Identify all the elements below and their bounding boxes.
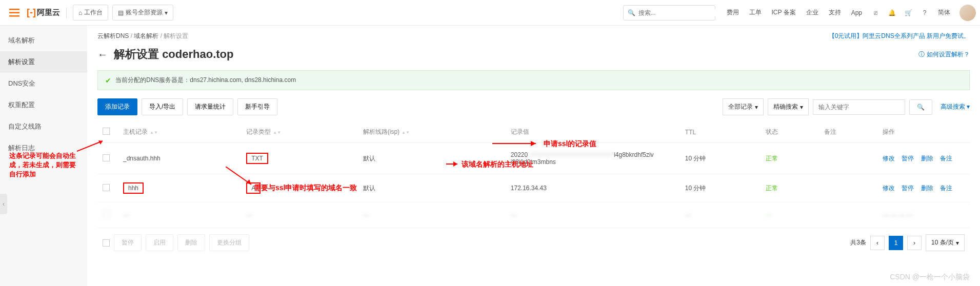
line-value: 默认	[358, 143, 506, 174]
line-value: 默认	[358, 174, 506, 202]
batch-group[interactable]: 更换分组	[209, 234, 249, 251]
chevron-down-icon: ▾	[956, 239, 959, 247]
chevron-down-icon: ▾	[755, 104, 758, 111]
col-status: 状态	[761, 121, 819, 143]
col-value: 记录值	[506, 121, 680, 143]
breadcrumb: 云解析DNS / 域名解析 / 解析设置 【0元试用】阿里云DNS全系列产品 新…	[97, 32, 970, 40]
logo[interactable]: [-] 阿里云	[27, 7, 60, 18]
svg-rect-2	[9, 15, 19, 17]
resources-button[interactable]: ▤ 账号全部资源 ▾	[112, 5, 173, 21]
workspace-button[interactable]: ⌂ 工作台	[73, 5, 108, 21]
col-remark: 备注	[819, 121, 877, 143]
crumb-dns[interactable]: 云解析DNS	[97, 32, 129, 39]
cart-icon[interactable]: 🛒	[900, 5, 916, 21]
stats-button[interactable]: 请求量统计	[187, 98, 233, 115]
crumb-domain[interactable]: 域名解析	[134, 32, 158, 39]
col-ttl: TTL	[680, 121, 761, 143]
avatar[interactable]	[959, 5, 976, 21]
sidebar-item-weight[interactable]: 权重配置	[0, 94, 87, 116]
remark-action[interactable]: 备注	[940, 185, 952, 192]
question-icon: ⓘ	[918, 50, 925, 59]
delete-action[interactable]: 删除	[921, 155, 933, 162]
svg-rect-1	[9, 12, 19, 13]
alert-text: 当前分配的DNS服务器是：dns27.hichina.com, dns28.hi…	[115, 76, 296, 85]
footer-checkbox[interactable]	[103, 239, 110, 247]
pause-action[interactable]: 暂停	[902, 155, 914, 162]
record-value: 172.16.34.43	[506, 174, 680, 202]
import-export-button[interactable]: 导入/导出	[142, 98, 183, 115]
select-all-checkbox[interactable]	[103, 128, 110, 135]
help-icon[interactable]: ?	[916, 5, 933, 21]
host-value: _dnsauth.hhh	[123, 155, 161, 162]
chevron-down-icon: ▾	[800, 104, 803, 111]
sidebar-item-logs[interactable]: 解析日志	[0, 137, 87, 159]
search-mode-select[interactable]: 精确搜索 ▾	[768, 98, 809, 115]
sidebar-item-lines[interactable]: 自定义线路	[0, 116, 87, 137]
page-title: 解析设置 coderhao.top	[114, 47, 233, 62]
col-type[interactable]: 记录类型▲▼	[241, 121, 358, 143]
filter-select[interactable]: 全部记录 ▾	[723, 98, 764, 115]
top-link-support[interactable]: 支持	[829, 8, 841, 17]
table-row: _dnsauth.hhh TXT 默认 20220i4g8bkrdhf5ziv …	[97, 143, 970, 174]
sidebar-collapse[interactable]: ‹	[0, 194, 7, 214]
prev-page[interactable]: ‹	[870, 236, 885, 250]
crumb-current: 解析设置	[164, 32, 188, 39]
bell-icon[interactable]: 🔔	[884, 5, 900, 21]
top-link-app[interactable]: App	[851, 9, 862, 16]
edit-action[interactable]: 修改	[883, 155, 895, 162]
search-input[interactable]	[638, 9, 715, 16]
batch-enable[interactable]: 启用	[146, 234, 173, 251]
edit-action[interactable]: 修改	[883, 185, 895, 192]
ttl-value: 10 分钟	[680, 143, 761, 174]
records-table: 主机记录▲▼ 记录类型▲▼ 解析线路(isp)▲▼ 记录值 TTL 状态 备注 …	[97, 121, 970, 228]
resources-icon: ▤	[118, 9, 124, 16]
add-record-button[interactable]: 添加记录	[97, 98, 137, 115]
language-switch[interactable]: 简体	[938, 8, 950, 17]
sidebar: 域名解析 解析设置 DNS安全 权重配置 自定义线路 解析日志 ‹	[0, 26, 87, 286]
sidebar-item-dnssec[interactable]: DNS安全	[0, 73, 87, 94]
guide-button[interactable]: 新手引导	[237, 98, 277, 115]
batch-pause[interactable]: 暂停	[114, 234, 142, 251]
topbar: [-] 阿里云 ⌂ 工作台 ▤ 账号全部资源 ▾ 🔍 费用 工单 ICP 备案 …	[0, 0, 980, 26]
main-content: 云解析DNS / 域名解析 / 解析设置 【0元试用】阿里云DNS全系列产品 新…	[87, 26, 980, 286]
status-value: 正常	[761, 143, 819, 174]
sidebar-item-records[interactable]: 解析设置	[0, 51, 87, 73]
per-page-select[interactable]: 10 条/页 ▾	[926, 234, 965, 251]
dns-server-alert: ✔ 当前分配的DNS服务器是：dns27.hichina.com, dns28.…	[97, 70, 970, 90]
total-count: 共3条	[850, 238, 866, 247]
top-link-icp[interactable]: ICP 备案	[772, 8, 796, 17]
menu-toggle[interactable]	[4, 3, 25, 23]
advanced-search[interactable]: 高级搜索 ▾	[941, 103, 970, 111]
search-icon: 🔍	[628, 9, 635, 16]
type-value: A	[246, 182, 261, 194]
row-checkbox[interactable]	[103, 184, 110, 191]
remark-action[interactable]: 备注	[940, 155, 952, 162]
divider	[66, 8, 67, 18]
top-link-ticket[interactable]: 工单	[749, 8, 762, 17]
chevron-down-icon: ▾	[165, 9, 168, 16]
back-arrow[interactable]: ←	[97, 49, 108, 60]
page-1[interactable]: 1	[889, 236, 903, 250]
top-link-cost[interactable]: 费用	[727, 8, 739, 17]
help-link[interactable]: ⓘ 如何设置解析？	[918, 50, 970, 59]
logo-icon: [-]	[27, 7, 36, 18]
pause-action[interactable]: 暂停	[902, 185, 914, 192]
home-icon: ⌂	[78, 9, 82, 16]
col-line[interactable]: 解析线路(isp)▲▼	[358, 121, 506, 143]
ttl-value: 10 分钟	[680, 174, 761, 202]
promo-link[interactable]: 【0元试用】阿里云DNS全系列产品 新用户免费试。	[829, 32, 970, 40]
table-row-blurred: ——————— — — —	[97, 202, 970, 228]
svg-rect-0	[9, 9, 19, 10]
batch-delete[interactable]: 删除	[177, 234, 205, 251]
col-host[interactable]: 主机记录▲▼	[118, 121, 241, 143]
sidebar-item-domain[interactable]: 域名解析	[0, 30, 87, 51]
search-button[interactable]: 🔍	[909, 99, 932, 115]
keyword-input[interactable]	[813, 99, 905, 115]
next-page[interactable]: ›	[907, 236, 922, 250]
row-checkbox[interactable]	[103, 154, 110, 161]
global-search[interactable]: 🔍	[623, 5, 715, 21]
top-link-enterprise[interactable]: 企业	[806, 8, 818, 17]
delete-action[interactable]: 删除	[921, 185, 933, 192]
cloudshell-icon[interactable]: ⎚	[867, 5, 884, 21]
toolbar: 添加记录 导入/导出 请求量统计 新手引导 全部记录 ▾ 精确搜索 ▾ 🔍 高级…	[97, 98, 970, 115]
